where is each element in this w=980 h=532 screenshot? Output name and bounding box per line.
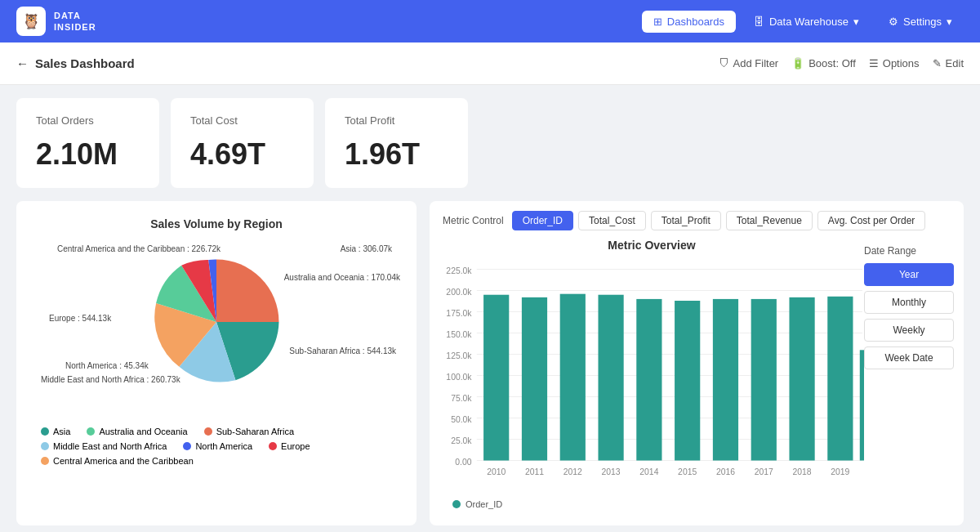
warehouse-icon: 🗄 (754, 16, 764, 28)
legend-dot-middleeast (41, 442, 49, 450)
bar-legend-label: Order_ID (466, 499, 502, 509)
stat-label-orders: Total Orders (36, 114, 140, 127)
stat-card-profit: Total Profit 1.96T (325, 98, 468, 188)
svg-text:2015: 2015 (678, 467, 697, 476)
legend-dot-northamerica (183, 442, 191, 450)
tab-total-profit[interactable]: Total_Profit (651, 211, 721, 230)
annotation-australia: Australia and Oceania : 170.04k (284, 273, 400, 282)
options-icon: ☰ (869, 57, 879, 69)
stat-value-cost: 4.69T (190, 137, 294, 172)
legend-item-central: Central America and the Caribbean (41, 456, 194, 466)
svg-text:2016: 2016 (716, 467, 735, 476)
annotation-northamerica: North America : 45.34k (65, 361, 149, 370)
annotation-asia: Asia : 306.07k (341, 244, 392, 253)
date-range-title: Date Range (864, 245, 954, 257)
legend-label-australia: Australia and Oceania (99, 427, 187, 436)
metric-tabs: Metric Control Order_ID Total_Cost Total… (430, 201, 964, 230)
settings-nav-btn[interactable]: ⚙ Settings ▾ (877, 11, 964, 33)
legend-label-northamerica: North America (195, 441, 252, 451)
dashboards-nav-btn[interactable]: ⊞ Dashboards (642, 11, 736, 33)
date-range-weekly-btn[interactable]: Weekly (864, 319, 954, 342)
back-arrow-icon: ← (16, 56, 29, 70)
warehouse-nav-btn[interactable]: 🗄 Data Warehouse ▾ (742, 11, 871, 33)
boost-button[interactable]: 🔋 Boost: Off (791, 57, 856, 69)
metric-control-label: Metric Control (443, 215, 504, 226)
legend-item-australia: Australia and Oceania (87, 427, 187, 436)
legend-dot-europe (269, 442, 277, 450)
bar-2014 (636, 299, 662, 461)
edit-label: Edit (946, 57, 964, 69)
bar-chart-svg: 225.0k 200.0k 175.0k 150.0k 125.0k 100.0… (439, 258, 864, 496)
header-nav: ⊞ Dashboards 🗄 Data Warehouse ▾ ⚙ Settin… (642, 11, 964, 33)
date-range-monthly-btn[interactable]: Monthly (864, 291, 954, 314)
pie-chart-container: Central America and the Caribbean : 226.… (33, 240, 400, 420)
svg-text:2013: 2013 (602, 467, 621, 476)
bar-2015 (675, 301, 700, 461)
tab-total-cost[interactable]: Total_Cost (578, 211, 646, 230)
app-header: 🦉 DATA INSIDER ⊞ Dashboards 🗄 Data Wareh… (0, 0, 980, 42)
legend-item-northamerica: North America (183, 441, 252, 451)
svg-text:75.0k: 75.0k (451, 394, 472, 403)
legend-item-europe: Europe (269, 441, 310, 451)
options-button[interactable]: ☰ Options (869, 57, 920, 69)
warehouse-chevron-icon: ▾ (853, 16, 859, 28)
legend-item-asia: Asia (41, 427, 70, 436)
filter-icon: ⛉ (719, 57, 729, 69)
bar-legend: Order_ID (439, 496, 864, 517)
main-content: Total Orders 2.10M Total Cost 4.69T Tota… (0, 85, 980, 532)
filter-label: Add Filter (733, 57, 779, 69)
warehouse-label: Data Warehouse (769, 16, 849, 28)
tab-order-id[interactable]: Order_ID (512, 211, 573, 230)
svg-text:100.0k: 100.0k (446, 373, 472, 382)
legend-label-middleeast: Middle East and North Africa (53, 441, 167, 451)
date-range-year-btn[interactable]: Year (864, 263, 954, 286)
svg-text:2012: 2012 (564, 467, 582, 476)
edit-icon: ✎ (933, 57, 942, 69)
legend-label-subsaharan: Sub-Saharan Africa (216, 427, 294, 436)
svg-text:2018: 2018 (793, 467, 812, 476)
pie-chart-title: Sales Volume by Region (33, 217, 400, 230)
svg-text:175.0k: 175.0k (446, 309, 472, 318)
svg-text:2014: 2014 (639, 467, 658, 476)
boost-icon: 🔋 (791, 57, 804, 69)
settings-label: Settings (903, 16, 942, 28)
stat-card-orders: Total Orders 2.10M (16, 98, 159, 188)
dashboard-icon: ⊞ (653, 16, 662, 28)
legend-item-subsaharan: Sub-Saharan Africa (204, 427, 294, 436)
svg-text:0.00: 0.00 (455, 458, 471, 467)
back-button[interactable]: ← Sales Dashboard (16, 56, 135, 70)
add-filter-button[interactable]: ⛉ Add Filter (719, 57, 779, 69)
edit-button[interactable]: ✎ Edit (933, 57, 964, 69)
stat-value-orders: 2.10M (36, 137, 140, 172)
svg-text:50.0k: 50.0k (451, 415, 472, 424)
pie-legend: Asia Australia and Oceania Sub-Saharan A… (33, 420, 400, 472)
bar-2010 (483, 295, 509, 461)
tab-avg-cost[interactable]: Avg. Cost per Order (817, 211, 926, 230)
pie-svg (147, 253, 286, 391)
bar-2012 (560, 294, 586, 461)
svg-text:2010: 2010 (487, 467, 506, 476)
legend-label-europe: Europe (281, 441, 310, 451)
stat-label-cost: Total Cost (190, 114, 294, 127)
settings-icon: ⚙ (889, 16, 898, 28)
options-label: Options (883, 57, 920, 69)
bar-2013 (598, 295, 623, 461)
svg-text:150.0k: 150.0k (446, 330, 472, 339)
logo-text: DATA INSIDER (54, 10, 96, 34)
date-range-weekdate-btn[interactable]: Week Date (864, 346, 954, 369)
sub-header-actions: ⛉ Add Filter 🔋 Boost: Off ☰ Options ✎ Ed… (719, 57, 964, 69)
bar-chart-title: Metric Overview (439, 239, 864, 252)
chart-and-range: Metric Overview 225.0k 200.0k 175.0k 150… (430, 230, 964, 525)
legend-label-central: Central America and the Caribbean (53, 456, 194, 466)
stat-label-profit: Total Profit (345, 114, 448, 127)
legend-item-middleeast: Middle East and North Africa (41, 441, 167, 451)
bar-chart-card: Metric Control Order_ID Total_Cost Total… (430, 201, 964, 525)
tab-total-revenue[interactable]: Total_Revenue (726, 211, 813, 230)
svg-text:2011: 2011 (525, 467, 544, 476)
legend-dot-asia (41, 427, 49, 436)
svg-text:225.0k: 225.0k (446, 266, 472, 275)
bar-2019 (827, 297, 853, 461)
bar-2011 (522, 297, 547, 461)
logo-area: 🦉 DATA INSIDER (16, 7, 96, 36)
date-range-panel: Date Range Year Monthly Weekly Week Date (864, 239, 954, 517)
